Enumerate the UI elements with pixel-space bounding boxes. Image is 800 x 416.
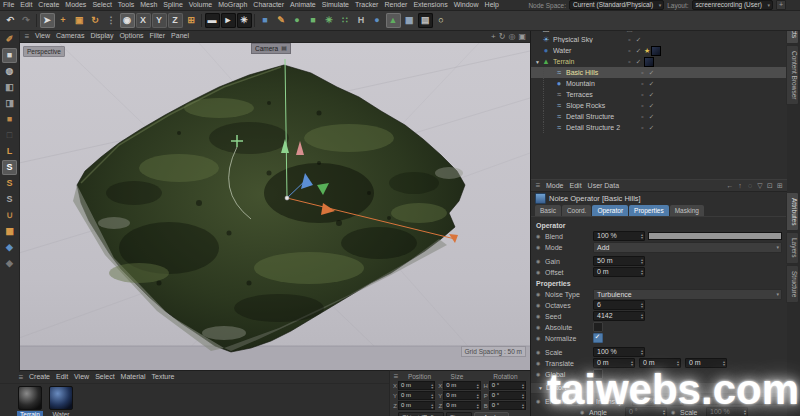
size-field[interactable]: 0 m [443, 391, 480, 400]
material-menu-item[interactable]: View [71, 372, 92, 382]
model-mode-icon[interactable]: ■ [2, 48, 17, 63]
viewport-menu-item[interactable]: View [32, 31, 53, 41]
snap-settings-icon[interactable]: S [2, 192, 17, 207]
keyframe-dot-icon[interactable] [536, 258, 545, 264]
volume-icon[interactable]: ● [370, 13, 385, 28]
size-field[interactable]: 0 m [443, 401, 480, 410]
rotation-field[interactable]: 0 ° [489, 391, 526, 400]
keyframe-dot-icon[interactable] [536, 269, 545, 275]
undo-icon[interactable]: ↶ [3, 13, 18, 28]
menu-item[interactable]: Window [451, 0, 482, 10]
rotate-tool-icon[interactable]: ↻ [88, 13, 103, 28]
apply-button[interactable]: Apply [474, 412, 509, 416]
enable-check-icon[interactable]: ✓ [647, 102, 656, 110]
object-row-terrain[interactable]: ▼ ▲ Terrain ▫ ✓ [531, 56, 787, 67]
enable-check-icon[interactable]: ✓ [647, 69, 656, 77]
keyframe-dot-icon[interactable] [536, 371, 545, 377]
keyframe-dot-icon[interactable] [536, 398, 545, 404]
tab-content-browser[interactable]: Content Browser [786, 45, 799, 105]
menu-item[interactable]: Render [381, 0, 410, 10]
live-selection-icon[interactable]: ➤ [40, 13, 55, 28]
attribute-tab[interactable]: Operator [592, 205, 628, 216]
viewport-menu-item[interactable]: Cameras [53, 31, 87, 41]
snap-modes-icon[interactable]: S [2, 176, 17, 191]
keyframe-dot-icon[interactable] [536, 335, 545, 341]
enable-check-icon[interactable]: ✓ [647, 80, 656, 88]
material-thumbnail[interactable] [18, 386, 42, 410]
visibility-toggle-icon[interactable]: ▫ [638, 91, 647, 98]
tab-attributes[interactable]: Attributes [786, 192, 799, 231]
blend-input[interactable]: 100 % [593, 231, 645, 241]
visibility-toggle-icon[interactable]: ▫ [625, 58, 634, 65]
keyframe-dot-icon[interactable] [536, 349, 545, 355]
absolute-checkbox[interactable] [593, 322, 603, 332]
noise-type-dropdown[interactable]: Turbulence [593, 289, 782, 300]
toolbar-icon[interactable] [254, 14, 255, 27]
enable-check-icon[interactable]: ✓ [634, 36, 643, 44]
points-mode-icon[interactable]: ◨ [2, 96, 17, 111]
object-row-basic-hills[interactable]: ≈ Basic Hills ▫ ✓ [531, 67, 787, 78]
camera-marker[interactable]: Camera ▤ [251, 43, 291, 54]
visibility-toggle-icon[interactable]: ▫ [638, 80, 647, 87]
visibility-toggle-icon[interactable]: ▫ [625, 47, 634, 54]
object-row-terraces[interactable]: ≈ Terraces ▫ ✓ [531, 89, 787, 100]
enable-check-icon[interactable]: ✓ [647, 91, 656, 99]
menu-item[interactable]: Help [482, 0, 502, 10]
viewport-menu-item[interactable]: Options [116, 31, 146, 41]
array-icon[interactable]: ▦ [402, 13, 417, 28]
tag-icon[interactable] [644, 47, 650, 55]
node-space-dropdown[interactable]: Current (Standard/Physical) [569, 0, 664, 10]
viewport-menu-grip-icon[interactable] [22, 32, 32, 41]
menu-item[interactable]: Tools [115, 0, 137, 10]
menu-item[interactable]: Spline [160, 0, 185, 10]
coordinate-system-icon[interactable]: ⊞ [184, 13, 199, 28]
attribute-menu-item[interactable]: Edit [567, 180, 585, 191]
search-icon[interactable]: ◌ [746, 182, 754, 190]
texture-mode-icon[interactable]: ◍ [2, 64, 17, 79]
simulation-icon[interactable]: ● [290, 13, 305, 28]
menu-item[interactable]: File [0, 0, 17, 10]
scale-tool-icon[interactable]: ▣ [72, 13, 87, 28]
material-item[interactable]: Terrain [17, 386, 43, 416]
edges-mode-icon[interactable]: ■ [2, 112, 17, 127]
menu-item[interactable]: Mesh [137, 0, 160, 10]
workplane-mode-icon[interactable]: ◧ [2, 80, 17, 95]
keyframe-dot-icon[interactable] [536, 360, 545, 366]
object-row-physical-sky[interactable]: ☀ Physical Sky ▫ ✓ [531, 34, 787, 45]
size-mode-dropdown[interactable]: Size [446, 412, 472, 416]
camera-tool-icon[interactable]: ▤ [418, 13, 433, 28]
keyframe-dot-icon[interactable] [536, 313, 545, 319]
redo-icon[interactable]: ↷ [19, 13, 34, 28]
filter-icon[interactable]: ▽ [756, 182, 764, 190]
move-tool-icon[interactable]: + [56, 13, 71, 28]
material-menu-item[interactable]: Select [92, 372, 117, 382]
menu-item[interactable]: Tracker [352, 0, 381, 10]
enable-check-icon[interactable]: ✓ [634, 47, 643, 55]
material-menu-grip-icon[interactable] [16, 373, 26, 382]
transform-mode-dropdown[interactable]: Object (Rel) [398, 412, 444, 416]
menu-item[interactable]: Character [250, 0, 287, 10]
polygons-mode-icon[interactable]: □ [2, 128, 17, 143]
view-mode-label[interactable]: Perspective [23, 46, 65, 57]
attribute-tab[interactable]: Coord. [562, 205, 592, 216]
render-picture-viewer-icon[interactable]: ► [221, 13, 236, 28]
landscape-object-icon[interactable]: ▲ [386, 13, 401, 28]
texture-tag[interactable] [644, 57, 654, 67]
dynamics-icon[interactable]: ■ [306, 13, 321, 28]
material-thumbnail[interactable] [49, 386, 73, 410]
mode-dropdown[interactable]: Add [593, 242, 782, 253]
viewport-menu-item[interactable]: Panel [168, 31, 192, 41]
light-tool-icon[interactable]: ○ [434, 13, 449, 28]
add-layout-button[interactable]: + [776, 0, 786, 10]
menu-item[interactable]: MoGraph [215, 0, 250, 10]
attribute-tab[interactable]: Basic [535, 205, 561, 216]
object-row-mountain[interactable]: ● Mountain ▫ ✓ [531, 78, 787, 89]
lock-x-axis-icon[interactable]: X [136, 13, 151, 28]
scale-input[interactable]: 100 % [593, 347, 645, 357]
menu-item[interactable]: Simulate [319, 0, 352, 10]
menu-item[interactable]: Volume [186, 0, 215, 10]
tweak-mode-icon[interactable]: ✐ [2, 32, 17, 47]
mograph-cloner-icon[interactable]: ∷ [338, 13, 353, 28]
visibility-toggle-icon[interactable]: ▫ [625, 36, 634, 43]
viewport-menu-item[interactable]: Filter [147, 31, 169, 41]
